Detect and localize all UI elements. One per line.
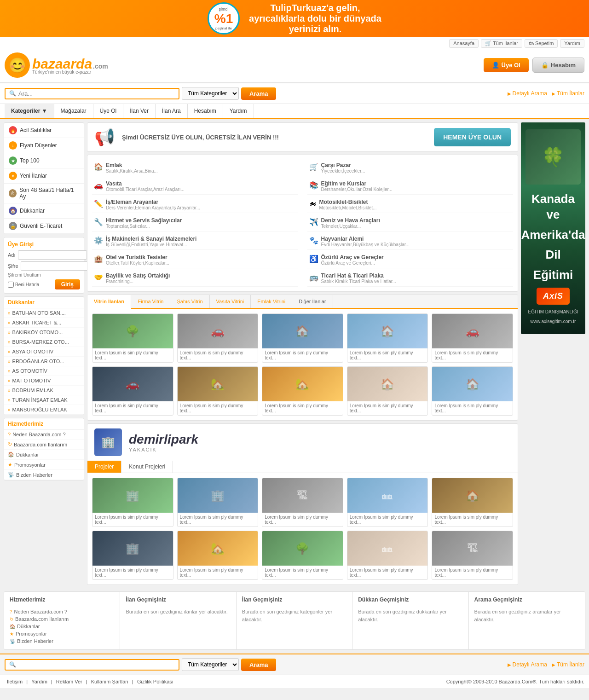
right-banner-website[interactable]: www.axisegitim.com.tr bbox=[531, 319, 576, 324]
tab-emlak-vitrin[interactable]: Emlak Vitrini bbox=[251, 295, 292, 308]
vitrin-item[interactable]: 🚗 Lorem Ipsum is sim ply dummy text... bbox=[92, 366, 173, 416]
axis-logo[interactable]: AxiS bbox=[537, 288, 570, 305]
hesabim-button[interactable]: 🔒 Hesabım bbox=[532, 58, 584, 73]
cat-hayvan[interactable]: 🐾 Hayvanlar Alemi Evdi Hayvanlar,Büyükba… bbox=[307, 233, 514, 250]
list-item[interactable]: » AS OTOMOTİV bbox=[4, 366, 84, 376]
cat-hizmet[interactable]: 🔧 Hizmet ve Servis Sağlayıcılar Toptancı… bbox=[92, 215, 298, 231]
cat-deniz[interactable]: ✈️ Deniz ve Hava Araçları Tekneler,Uççak… bbox=[307, 215, 514, 231]
search-input[interactable] bbox=[18, 90, 175, 97]
vitrin-item[interactable]: 🌳 Lorem Ipsum is sim ply dummy text... bbox=[262, 531, 343, 580]
list-item[interactable]: » BURSA-MERKEZ OTO... bbox=[4, 337, 84, 347]
vitrin-item[interactable]: 🏠 Lorem Ipsum is sim ply dummy text... bbox=[432, 366, 513, 416]
bottom-tum-link[interactable]: Tüm İlanlar bbox=[552, 661, 584, 668]
vitrin-item[interactable]: 🏘 Lorem Ipsum is sim ply dummy text... bbox=[347, 478, 428, 527]
nav-ilan-ver[interactable]: İlan Ver bbox=[123, 104, 156, 118]
list-item[interactable]: ? Neden Baazarda.com ? bbox=[10, 608, 114, 615]
bottom-link-yardim[interactable]: Yardım bbox=[31, 679, 47, 684]
bottom-detayli-link[interactable]: Detaylı Arama bbox=[508, 661, 547, 668]
remember-checkbox[interactable] bbox=[8, 282, 14, 288]
tab-sahis-vitrin[interactable]: Şahıs Vitrin bbox=[170, 295, 209, 308]
list-item[interactable]: 📡 Bizden Haberler bbox=[4, 470, 84, 480]
bottom-search-button[interactable]: Arama bbox=[241, 659, 276, 671]
list-item[interactable]: ★ Promosyonlar bbox=[4, 460, 84, 470]
nav-sepet[interactable]: 🛍 Sepetim bbox=[525, 39, 558, 48]
sidebar-son48[interactable]: ⏱ Son 48 Saat/1 Hafta/1 Ay bbox=[4, 184, 84, 203]
giris-button[interactable]: Giriş bbox=[55, 279, 80, 289]
nav-uye-ol[interactable]: Üye Ol bbox=[93, 104, 124, 118]
vitrin-item[interactable]: 🌳 Lorem Ipsum is sim ply dummy text... bbox=[92, 313, 173, 363]
nav-yardim[interactable]: Yardım bbox=[560, 39, 584, 48]
hemen-uye-ol-button[interactable]: HEMEN ÜYE OLUN bbox=[434, 128, 511, 146]
list-item[interactable]: ↻ Baazarda.com İlanlarım bbox=[4, 440, 84, 450]
cat-otel[interactable]: 🏨 Otel ve Turistik Tesisler Oteller,Tati… bbox=[92, 252, 298, 268]
vitrin-item[interactable]: 🏢 Lorem Ipsum is sim ply dummy text... bbox=[92, 478, 173, 527]
tab-firma-vitrin[interactable]: Firma Vitrin bbox=[131, 295, 170, 308]
sidebar-guvenli[interactable]: 🔒 Güvenli E-Ticaret bbox=[4, 219, 84, 234]
cat-ticari[interactable]: 🚌 Ticari Hat & Ticari Plaka Satılık Kira… bbox=[307, 270, 514, 287]
nav-yardim[interactable]: Yardım bbox=[223, 104, 254, 118]
bottom-link-kullanim[interactable]: Kullanım Şartları bbox=[91, 679, 128, 684]
vitrin-item[interactable]: 🏠 Lorem Ipsum is sim ply dummy text... bbox=[432, 478, 513, 527]
cat-moto[interactable]: 🏍 Motosiklet-Bisiklet Motosikleti,Mobile… bbox=[307, 197, 514, 213]
vitrin-item[interactable]: 🏢 Lorem Ipsum is sim ply dummy text... bbox=[92, 531, 173, 580]
tab-vasita-vitrin[interactable]: Vasıta Vitrini bbox=[210, 295, 251, 308]
nav-hesabim[interactable]: Hesabım bbox=[188, 104, 223, 118]
vitrin-item[interactable]: 🚗 Lorem Ipsum is sim ply dummy text... bbox=[432, 313, 513, 363]
nav-kategoriler[interactable]: Kategoriler ▼ bbox=[5, 104, 54, 118]
list-item[interactable]: 🏠 Dükkanlar bbox=[4, 450, 84, 460]
list-item[interactable]: » ASKAR TİCARET &... bbox=[4, 318, 84, 328]
adi-input[interactable] bbox=[18, 250, 87, 260]
vitrin-item[interactable]: 🏡 Lorem Ipsum is sim ply dummy text... bbox=[177, 531, 259, 580]
tum-ilanlar-link[interactable]: Tüm İlanlar bbox=[552, 90, 584, 97]
vitrin-item[interactable]: 🏘 Lorem Ipsum is sim ply dummy text... bbox=[347, 531, 428, 580]
cat-carsi[interactable]: 🛒 Çarşı Pazar Yiyecekler,İçecekler... bbox=[307, 160, 514, 176]
forget-link[interactable]: Şifremi Unuttum bbox=[8, 272, 80, 278]
sidebar-dukkanlar[interactable]: 🏠 Dükkanlar bbox=[4, 203, 84, 219]
sidebar-yeni[interactable]: ✦ Yeni İlanlar bbox=[4, 168, 84, 184]
vitrin-item[interactable]: 🏡 Lorem Ipsum is sim ply dummy text... bbox=[177, 366, 259, 416]
nav-tum-ilanlar[interactable]: 🛒 Tüm İlanlar bbox=[481, 39, 522, 48]
vitrin-item[interactable]: 🏠 Lorem Ipsum is sim ply dummy text... bbox=[347, 313, 428, 363]
uyeol-button[interactable]: 👤 Üye Ol bbox=[484, 58, 529, 72]
vitrin-item[interactable]: 🏢 Lorem Ipsum is sim ply dummy text... bbox=[177, 478, 259, 527]
cat-vasita[interactable]: 🚗 Vasıta Otomobil,Ticari Araçlar,Arazi A… bbox=[92, 178, 298, 195]
list-item[interactable]: » MANSUROĞLU EMLAK bbox=[4, 405, 84, 415]
list-item[interactable]: » ASYA OTOMOTİV bbox=[4, 347, 84, 357]
list-item[interactable]: ↻ Baazarda.com İlanlarım bbox=[10, 615, 114, 623]
list-item[interactable]: » ERDOĞANLAR OTO... bbox=[4, 357, 84, 366]
tab-diger-ilanlar[interactable]: Diğer İlanlar bbox=[292, 295, 333, 308]
detayli-arama-link[interactable]: Detaylı Arama bbox=[508, 90, 547, 97]
bottom-link-iletisim[interactable]: İletişim bbox=[7, 679, 23, 684]
list-item[interactable]: » BODRUM EMLAK bbox=[4, 386, 84, 395]
list-item[interactable]: 🏠 Dükkanlar bbox=[10, 623, 114, 630]
list-item[interactable]: » TURAN İNŞAAT EMLAK bbox=[4, 395, 84, 405]
nav-ilan-ara[interactable]: İlan Ara bbox=[156, 104, 188, 118]
bottom-category-select[interactable]: Tüm Kategoriler bbox=[182, 658, 239, 671]
cat-egitim[interactable]: 📚 Eğitim ve Kurslar Dershaneler,Okullar,… bbox=[307, 178, 514, 195]
cat-bayilik[interactable]: 🤝 Bayilik ve Satış Ortaklığı Franchising… bbox=[92, 270, 298, 287]
sidebar-acil[interactable]: 🔥 Acil Satılıklar bbox=[4, 123, 84, 138]
vitrin-item[interactable]: 🏡 Lorem Ipsum is sim ply dummy text... bbox=[262, 366, 343, 416]
search-button[interactable]: Arama bbox=[241, 87, 276, 100]
cat-makine[interactable]: ⚙️ İş Makineleri & Sanayi Malzemeleri İş… bbox=[92, 233, 298, 250]
sifre-input[interactable] bbox=[21, 261, 90, 271]
bottom-link-reklam[interactable]: Reklam Ver bbox=[56, 679, 82, 684]
vitrin-item[interactable]: 🏗 Lorem Ipsum is sim ply dummy text... bbox=[432, 531, 513, 580]
cat-ozurlu[interactable]: ♿ Özürlü Araç ve Gereçler Özürlü Araç ve… bbox=[307, 252, 514, 268]
vitrin-item[interactable]: 🏠 Lorem Ipsum is sim ply dummy text... bbox=[347, 366, 428, 416]
tab-projeler[interactable]: Projeler bbox=[87, 461, 121, 473]
bottom-search-input[interactable] bbox=[18, 661, 175, 668]
sidebar-top100[interactable]: ★ Top 100 bbox=[4, 153, 84, 168]
vitrin-item[interactable]: 🚗 Lorem Ipsum is sim ply dummy text... bbox=[177, 313, 259, 363]
list-item[interactable]: ? Neden Baazarda.com ? bbox=[4, 430, 84, 440]
list-item[interactable]: » MAT OTOMOTİV bbox=[4, 376, 84, 386]
cat-emlak[interactable]: 🏠 Emlak Satılık,Kiralık,Arsa,Bina... bbox=[92, 160, 298, 176]
list-item[interactable]: ★ Promosyonlar bbox=[10, 630, 114, 637]
tab-konut-projeleri[interactable]: Konut Projeleri bbox=[121, 461, 173, 473]
nav-magazalar[interactable]: Mağazalar bbox=[54, 104, 93, 118]
tab-vitrin-ilanlar[interactable]: Vitrin İlanları bbox=[87, 295, 131, 309]
nav-anasayfa[interactable]: Anasayfa bbox=[449, 39, 479, 48]
vitrin-item[interactable]: 🏗 Lorem Ipsum is sim ply dummy text... bbox=[262, 478, 343, 527]
category-select[interactable]: Tüm Kategoriler bbox=[182, 87, 239, 100]
list-item[interactable]: » BAKIRKÖY OTOMO... bbox=[4, 328, 84, 337]
